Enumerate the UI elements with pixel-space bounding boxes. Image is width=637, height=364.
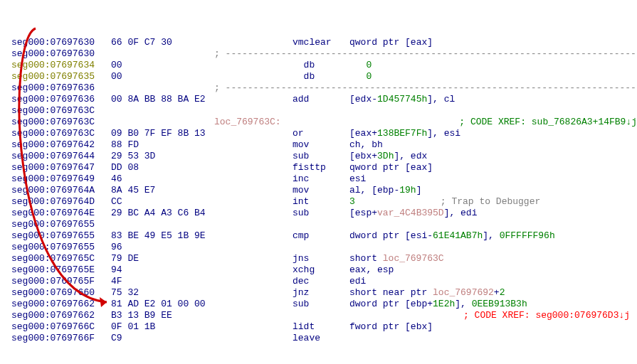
disasm-row[interactable]: seg000:07697634 00 db 0 <box>11 60 637 71</box>
disasm-row[interactable]: seg000:0769766C 0F 01 1Blidtfword ptr [e… <box>11 321 637 333</box>
disasm-row[interactable]: seg000:07697662 B3 13 B9 EE; CODE XREF: … <box>11 310 637 321</box>
op-token: + <box>372 208 377 218</box>
bytes: 96 <box>111 242 214 253</box>
bytes: 83 BE 49 E5 1B 9E <box>111 230 214 242</box>
byte: 96 <box>111 242 122 252</box>
operands: ch, bh <box>349 139 383 151</box>
op-token: ] <box>427 321 433 332</box>
bytes: CC <box>111 196 214 208</box>
disasm-row[interactable]: seg000:0769765E 94xchgeax, esp <box>11 264 637 276</box>
bytes: 00 <box>111 71 214 82</box>
dash: ----------------------------------------… <box>220 48 637 59</box>
op-token: dword ptr <box>349 299 405 309</box>
op-token: fword ptr <box>349 321 405 332</box>
op-token: , [ <box>361 185 377 196</box>
disasm-row[interactable]: seg000:07697662 81 AD E2 01 00 00subdwor… <box>11 299 637 310</box>
op-token: ], <box>427 128 443 139</box>
address: seg000:07697662 <box>11 299 111 310</box>
address: seg000:0769764E <box>11 208 111 219</box>
disasm-row[interactable]: seg000:07697655 <box>11 219 637 230</box>
address: seg000:0769766C <box>11 321 111 333</box>
address: seg000:0769765F <box>11 276 111 287</box>
op-token: bh <box>372 139 383 150</box>
op-token: esi <box>349 173 366 184</box>
op-token: 0FFFFFF96h <box>500 230 555 241</box>
disasm-row[interactable]: seg000:0769765C 79 DEjnsshort loc_769763… <box>11 253 637 264</box>
address: seg000:07697634 <box>11 60 111 71</box>
disasm-row[interactable]: seg000:07697636 ; ----------------------… <box>11 82 637 94</box>
address: seg000:0769764D <box>11 196 111 208</box>
mnemonic: add <box>293 94 349 105</box>
op-token: + <box>494 287 500 298</box>
mnemonic: fisttp <box>293 162 349 173</box>
disasm-row[interactable]: seg000:07697655 83 BE 49 E5 1B 9Ecmpdwor… <box>11 230 637 242</box>
gap <box>214 128 293 139</box>
disasm-row[interactable]: seg000:0769764A 8A 45 E7moval, [ebp-19h] <box>11 185 637 196</box>
address: seg000:07697655 <box>11 219 111 230</box>
disasm-row[interactable]: seg000:07697630 66 0F C7 30vmclearqword … <box>11 37 637 48</box>
bytes: 94 <box>111 264 214 276</box>
disasm-row[interactable]: seg000:0769764D CCint3; Trap to Debugger <box>11 196 637 208</box>
disasm-row[interactable]: seg000:0769763C <box>11 105 637 117</box>
disasm-row[interactable]: seg000:0769763C loc_769763C:; CODE XREF:… <box>11 117 637 128</box>
op-token: loc_7697692 <box>433 287 494 298</box>
disasm-row[interactable]: seg000:07697655 96 <box>11 242 637 253</box>
disasm-row[interactable]: seg000:07697636 00 8A BB 88 BA E2add[edx… <box>11 94 637 105</box>
disasm-row[interactable]: seg000:07697642 88 FDmovch, bh <box>11 139 637 151</box>
op-token: esi <box>411 230 427 241</box>
byte: 94 <box>111 264 122 275</box>
mnemonic: inc <box>293 173 349 185</box>
code-label: loc_769763C: <box>214 117 281 127</box>
disasm-row[interactable]: seg000:0769764E 29 BC A4 A3 C6 B4sub[esp… <box>11 208 637 219</box>
gap <box>214 242 293 253</box>
op-token: eax <box>411 162 427 173</box>
byte: DD 08 <box>111 162 139 173</box>
disasm-row[interactable]: seg000:0769766F C9leave <box>11 333 637 344</box>
operands: short loc_769763C <box>349 253 444 264</box>
disasm-row[interactable]: seg000:07697630 ; ----------------------… <box>11 48 637 60</box>
op-token: 1E2h <box>433 299 455 309</box>
op-token: eax <box>411 37 427 48</box>
bytes <box>111 117 214 128</box>
address: seg000:07697647 <box>11 162 111 173</box>
disasm-row[interactable]: seg000:07697660 75 32jnzshort near ptr l… <box>11 287 637 299</box>
op-token: loc_769763C <box>383 253 444 264</box>
bytes <box>111 48 214 60</box>
mnemonic: leave <box>293 333 349 344</box>
gap <box>214 105 293 117</box>
op-token: + <box>372 151 377 161</box>
disasm-row[interactable]: seg000:0769765F 4Fdecedi <box>11 276 637 287</box>
byte: 29 BC A4 A3 C6 B4 <box>111 208 206 218</box>
bytes: 8A 45 E7 <box>111 185 214 196</box>
disasm-row[interactable]: seg000:07697635 00 db 0 <box>11 71 637 82</box>
operands: edi <box>349 276 366 287</box>
op-token: esp <box>377 264 394 275</box>
op-token: dword ptr <box>349 230 405 241</box>
op-token: ] <box>427 162 433 173</box>
address: seg000:07697630 <box>11 48 111 60</box>
disasm-row[interactable]: seg000:07697647 DD 08fisttpqword ptr [ea… <box>11 162 637 173</box>
disasm-row[interactable]: seg000:0769763C 09 B0 7F EF 8B 13or[eax+… <box>11 128 637 139</box>
address: seg000:0769765E <box>11 264 111 276</box>
mnemonic: or <box>293 128 349 139</box>
op-token: 61E41AB7h <box>433 230 483 241</box>
gap <box>214 173 293 185</box>
mnemonic: lidt <box>293 321 349 333</box>
operands: 3 <box>349 196 355 208</box>
byte: C9 <box>111 333 122 343</box>
byte: 81 AD E2 01 00 00 <box>111 299 206 309</box>
operands: eax, esp <box>349 264 394 276</box>
disasm-row[interactable]: seg000:07697644 29 53 3Dsub[ebx+3Dh], ed… <box>11 151 637 162</box>
disasm-row[interactable]: seg000:07697649 46incesi <box>11 173 637 185</box>
byte: 00 <box>111 71 122 82</box>
gap <box>214 276 293 287</box>
bytes: DD 08 <box>111 162 214 173</box>
operands: qword ptr [eax] <box>349 37 433 48</box>
operands: al, [ebp-19h] <box>349 185 421 196</box>
bytes <box>111 82 214 94</box>
disassembly-view[interactable]: seg000:07697630 66 0F C7 30vmclearqword … <box>0 23 637 364</box>
address: seg000:07697649 <box>11 173 111 185</box>
op-token: qword ptr <box>349 162 405 173</box>
op-token: 2 <box>500 287 505 298</box>
bytes: 88 FD <box>111 139 214 151</box>
